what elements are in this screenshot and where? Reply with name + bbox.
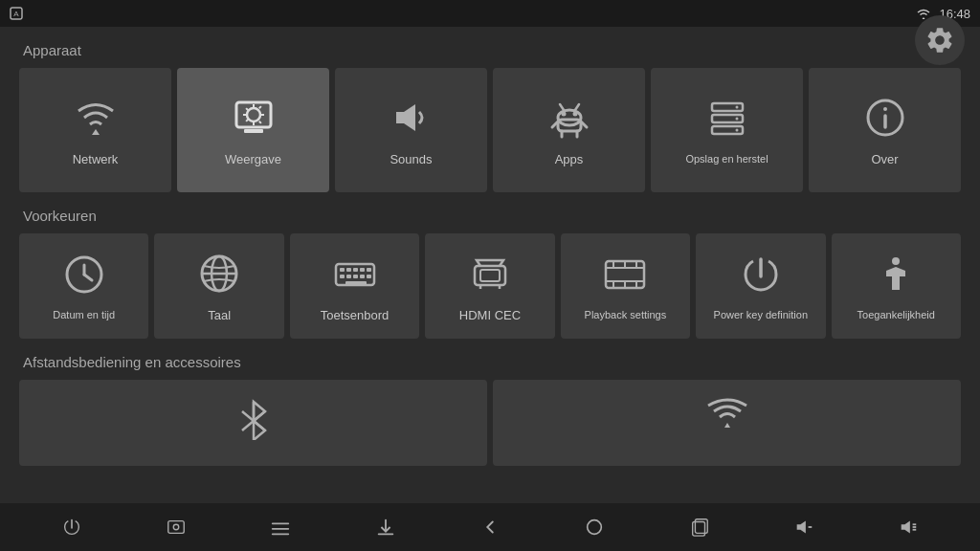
language-icon — [196, 251, 242, 297]
sound-icon — [389, 95, 434, 141]
tile-hdmi[interactable]: HDMI CEC — [425, 233, 554, 339]
svg-rect-40 — [346, 275, 351, 278]
section-afstand: Afstandsbediening en accessoires — [19, 354, 961, 466]
svg-rect-43 — [367, 275, 371, 278]
svg-text:A: A — [13, 10, 19, 18]
accessibility-icon — [873, 252, 919, 298]
svg-marker-74 — [797, 521, 806, 534]
svg-rect-3 — [244, 129, 263, 133]
svg-point-4 — [247, 108, 260, 121]
hdmi-icon — [467, 251, 513, 297]
svg-point-26 — [883, 107, 887, 111]
svg-rect-64 — [168, 521, 185, 534]
tile-remote-wifi[interactable] — [493, 380, 961, 466]
tile-taal[interactable]: Taal — [154, 233, 283, 339]
nav-power-button[interactable] — [51, 506, 93, 548]
tile-label-toegankelijk: Toegankelijkheid — [858, 309, 935, 320]
nav-back-button[interactable] — [469, 506, 511, 548]
svg-rect-35 — [346, 268, 351, 272]
svg-rect-42 — [360, 275, 365, 278]
svg-rect-36 — [353, 268, 358, 272]
tile-over[interactable]: Over — [809, 68, 961, 192]
nav-vol-up-button[interactable] — [887, 506, 929, 548]
tile-label-apps: Apps — [555, 152, 584, 166]
tile-apps[interactable]: Apps — [493, 68, 645, 192]
tile-toegankelijk[interactable]: Toegankelijkheid — [832, 233, 961, 339]
svg-rect-8 — [558, 110, 581, 125]
clock-icon — [61, 252, 107, 298]
nav-home-button[interactable] — [573, 506, 615, 548]
status-bar: A 16:48 — [0, 0, 980, 27]
svg-rect-38 — [367, 268, 371, 272]
section-apparaat: Apparaat Netwerk — [19, 42, 961, 192]
tile-label-opslag: Opslag en herstel — [685, 153, 768, 165]
svg-point-71 — [588, 520, 602, 535]
svg-point-65 — [173, 524, 179, 530]
svg-rect-46 — [480, 270, 500, 281]
tile-label-playback: Playback settings — [585, 309, 667, 320]
keyboard-icon — [332, 251, 378, 297]
remote-wifi-icon — [704, 394, 750, 440]
svg-point-21 — [735, 106, 738, 109]
svg-rect-34 — [340, 268, 345, 272]
tile-datum[interactable]: Datum en tijd — [19, 233, 148, 339]
tile-label-sounds: Sounds — [390, 152, 432, 166]
tile-netwerk[interactable]: Netwerk — [19, 68, 171, 192]
section-voorkeuren: Voorkeuren Datum en tijd — [19, 208, 961, 339]
tile-label-weergave: Weergave — [225, 152, 281, 166]
tile-label-datum: Datum en tijd — [53, 309, 115, 320]
svg-line-16 — [560, 104, 564, 110]
svg-point-59 — [892, 257, 900, 265]
apparaat-tile-row: Netwerk Weergave — [19, 68, 961, 192]
svg-rect-41 — [353, 275, 358, 278]
nav-screenshot-button[interactable] — [155, 506, 197, 548]
section-label-voorkeuren: Voorkeuren — [23, 208, 961, 224]
tile-label-toetsenbord: Toetsenbord — [321, 308, 390, 322]
display-icon — [231, 95, 277, 141]
nav-download-button[interactable] — [365, 506, 407, 548]
nav-vol-down-button[interactable] — [783, 506, 825, 548]
svg-marker-5 — [396, 104, 415, 131]
svg-rect-39 — [340, 275, 345, 278]
svg-line-29 — [84, 275, 92, 280]
storage-icon — [704, 96, 750, 142]
voorkeuren-tile-row: Datum en tijd Taal — [19, 233, 961, 339]
tile-playback[interactable]: Playback settings — [561, 233, 690, 339]
section-label-afstand: Afstandsbediening en accessoires — [23, 354, 961, 370]
power-icon — [738, 252, 784, 298]
nav-menu-button[interactable] — [259, 506, 301, 548]
svg-rect-44 — [345, 281, 367, 285]
tile-label-over: Over — [871, 152, 898, 166]
tile-toetsenbord[interactable]: Toetsenbord — [290, 233, 419, 339]
tile-label-hdmi: HDMI CEC — [459, 308, 521, 322]
svg-rect-37 — [360, 268, 365, 272]
info-icon — [862, 95, 908, 141]
section-label-apparaat: Apparaat — [23, 42, 961, 58]
film-icon — [602, 252, 648, 298]
tile-label-taal: Taal — [208, 308, 231, 322]
apps-icon — [546, 95, 592, 141]
tile-label-powerkey: Power key definition — [714, 309, 808, 320]
status-bar-left: A — [10, 7, 23, 20]
svg-point-22 — [735, 118, 738, 121]
tile-powerkey[interactable]: Power key definition — [696, 233, 825, 339]
bluetooth-icon — [231, 394, 277, 440]
tile-bluetooth[interactable] — [19, 380, 487, 466]
nav-recent-button[interactable] — [679, 506, 721, 548]
wifi-icon — [73, 95, 119, 141]
tile-label-netwerk: Netwerk — [73, 152, 119, 166]
svg-line-17 — [575, 104, 579, 110]
tile-sounds[interactable]: Sounds — [335, 68, 487, 192]
svg-point-23 — [735, 129, 738, 132]
svg-marker-76 — [902, 521, 910, 534]
tile-weergave[interactable]: Weergave — [177, 68, 329, 192]
tile-opslag[interactable]: Opslag en herstel — [651, 68, 803, 192]
nav-bar — [0, 503, 980, 551]
main-content: Apparaat Netwerk — [0, 27, 980, 503]
notification-icon: A — [10, 7, 23, 20]
afstand-tile-row — [19, 380, 961, 466]
